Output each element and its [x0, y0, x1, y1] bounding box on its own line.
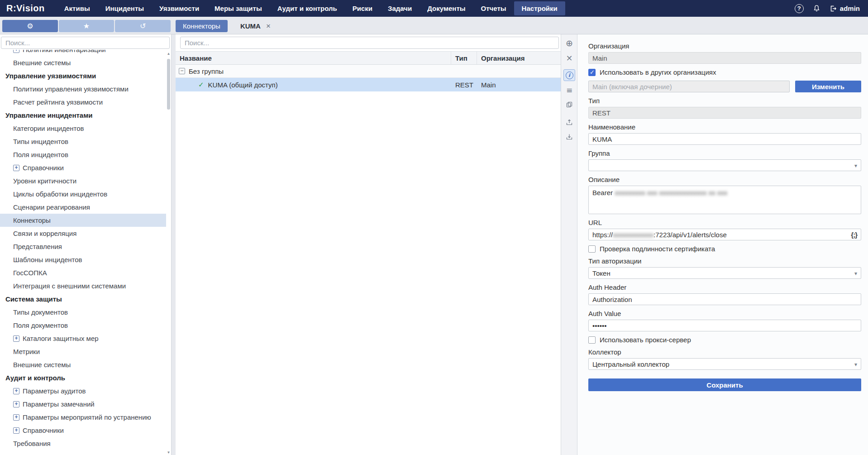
- scroll-up-icon[interactable]: ▲: [166, 52, 171, 56]
- tree-item-24[interactable]: Внешние системы: [0, 358, 166, 371]
- nav-item-tasks[interactable]: Задачи: [380, 1, 420, 15]
- collapse-icon[interactable]: −: [179, 68, 185, 74]
- tree-item-23[interactable]: Метрики: [0, 345, 166, 358]
- tab-close-icon[interactable]: ×: [266, 22, 271, 30]
- main-nav: АктивыИнцидентыУязвимостиМеры защитыАуди…: [57, 0, 565, 17]
- tree-item-17[interactable]: ГосСОПКА: [0, 266, 166, 279]
- nav-item-assets[interactable]: Активы: [57, 1, 98, 15]
- tree-item-1[interactable]: Внешние системы: [0, 56, 166, 69]
- save-button[interactable]: Сохранить: [588, 378, 861, 391]
- sidebar-tab-history[interactable]: ↺: [115, 20, 171, 32]
- url-input[interactable]: https://xxxxxxxxxxxx:7223/api/v1/alerts/…: [588, 229, 861, 240]
- nav-item-documents[interactable]: Документы: [420, 1, 473, 15]
- tree-section-5: Управление инцидентами: [0, 109, 166, 122]
- share-label: Использовать в других организациях: [600, 68, 716, 76]
- tab-connectors[interactable]: Коннекторы: [176, 20, 228, 32]
- tree-item-9[interactable]: +Справочники: [0, 161, 166, 174]
- add-icon[interactable]: ⊕: [563, 37, 575, 49]
- app-logo[interactable]: R:Vision: [0, 3, 57, 14]
- url-prefix: https://: [592, 231, 613, 239]
- tree-item-14[interactable]: Связи и корреляция: [0, 227, 166, 240]
- tree-item-28[interactable]: +Параметры мероприятий по устранению: [0, 411, 166, 424]
- sidebar-search-input[interactable]: [1, 37, 170, 49]
- list-icon[interactable]: ≡: [563, 84, 575, 96]
- table-body: − Без группы ✓KUMA (общий доступ)RESTMai…: [176, 65, 561, 91]
- tree-section-2: Управление уязвимостями: [0, 69, 166, 82]
- history-icon: ↺: [140, 22, 146, 30]
- column-header-1[interactable]: Тип: [451, 52, 477, 64]
- column-header-2[interactable]: Организация: [477, 52, 561, 64]
- description-textarea[interactable]: Bearer xxxxxxxxx xxx xxxxxxxxxxxxxx xx x…: [588, 186, 861, 214]
- tree-section-19: Система защиты: [0, 292, 166, 306]
- sidebar-tab-favorites[interactable]: ★: [59, 20, 114, 32]
- expand-icon[interactable]: +: [13, 388, 19, 394]
- tree-item-16[interactable]: Шаблоны инцидентов: [0, 253, 166, 266]
- expand-icon[interactable]: +: [13, 165, 19, 171]
- collector-label: Коллектор: [588, 348, 861, 356]
- tree-item-6[interactable]: Категории инцидентов: [0, 122, 166, 135]
- close-icon[interactable]: ×: [563, 52, 575, 63]
- nav-item-reports[interactable]: Отчеты: [473, 1, 514, 15]
- scroll-down-icon[interactable]: ▼: [166, 450, 171, 455]
- tree-item-7[interactable]: Типы инцидентов: [0, 135, 166, 148]
- expand-icon[interactable]: +: [13, 401, 19, 407]
- chevron-down-icon: ▾: [854, 270, 857, 277]
- name-input[interactable]: [588, 133, 861, 145]
- list-search-input[interactable]: [180, 37, 559, 49]
- tree-item-label: Поля инцидентов: [13, 151, 68, 158]
- nav-item-settings[interactable]: Настройки: [514, 1, 565, 15]
- import-icon[interactable]: [563, 131, 575, 143]
- expand-icon[interactable]: +: [13, 335, 19, 342]
- tree-item-18[interactable]: Интеграция с внешними системами: [0, 279, 166, 292]
- tree-item-29[interactable]: +Справочники: [0, 424, 166, 437]
- tree-item-26[interactable]: +Параметры аудитов: [0, 384, 166, 398]
- expand-icon[interactable]: +: [13, 427, 19, 434]
- tree-item-10[interactable]: Уровни критичности: [0, 174, 166, 187]
- tree-item-label: Сценарии реагирования: [13, 203, 90, 211]
- table-row[interactable]: ✓KUMA (общий доступ)RESTMain: [176, 78, 561, 91]
- tree-item-12[interactable]: Сценарии реагирования: [0, 201, 166, 214]
- share-checkbox[interactable]: [588, 69, 596, 76]
- tree-item-15[interactable]: Представления: [0, 240, 166, 253]
- nav-item-vulnerabilities[interactable]: Уязвимости: [152, 1, 207, 15]
- nav-item-audit-control[interactable]: Аудит и контроль: [270, 1, 345, 15]
- tree-item-11[interactable]: Циклы обработки инцидентов: [0, 187, 166, 201]
- export-icon[interactable]: [563, 116, 575, 128]
- auth-header-input[interactable]: [588, 293, 861, 305]
- group-row[interactable]: − Без группы: [176, 65, 561, 78]
- tree-item-4[interactable]: Расчет рейтинга уязвимости: [0, 96, 166, 109]
- auth-value-label: Auth Value: [588, 310, 861, 317]
- expand-icon[interactable]: +: [13, 414, 19, 421]
- collector-dropdown[interactable]: Центральный коллектор ▾: [588, 358, 861, 370]
- sidebar-tab-settings[interactable]: ⚙: [2, 20, 58, 32]
- column-header-0[interactable]: Название: [176, 52, 451, 64]
- scrollbar-thumb[interactable]: [167, 59, 170, 110]
- nav-item-risks[interactable]: Риски: [345, 1, 380, 15]
- tree-item-27[interactable]: +Параметры замечаний: [0, 398, 166, 411]
- variables-icon[interactable]: {;}: [851, 231, 857, 239]
- tree-item-22[interactable]: +Каталоги защитных мер: [0, 332, 166, 345]
- user-menu[interactable]: admin: [830, 5, 860, 12]
- info-icon[interactable]: i: [563, 69, 575, 81]
- notifications-icon[interactable]: [813, 5, 820, 12]
- tree-item-13[interactable]: Коннекторы: [0, 214, 166, 227]
- tab-kuma[interactable]: KUMA×: [233, 20, 278, 32]
- nav-item-incidents[interactable]: Инциденты: [98, 1, 152, 15]
- sidebar-scrollbar[interactable]: ▲ ▼: [166, 41, 171, 455]
- cert-checkbox[interactable]: [588, 245, 596, 253]
- copy-icon[interactable]: [563, 99, 575, 110]
- group-dropdown[interactable]: ▾: [588, 159, 861, 171]
- nav-item-protection-measures[interactable]: Меры защиты: [207, 1, 270, 15]
- tree-item-8[interactable]: Поля инцидентов: [0, 148, 166, 161]
- auth-type-dropdown[interactable]: Токен ▾: [588, 267, 861, 279]
- proxy-checkbox[interactable]: [588, 336, 596, 344]
- connectors-list-panel: НазваниеТипОрганизация − Без группы ✓KUM…: [176, 34, 561, 455]
- tree-item-20[interactable]: Типы документов: [0, 306, 166, 319]
- help-icon[interactable]: ?: [795, 4, 804, 13]
- change-button[interactable]: Изменить: [795, 81, 861, 92]
- auth-value-input[interactable]: [588, 320, 861, 331]
- tree-item-3[interactable]: Политики управления уязвимостями: [0, 82, 166, 96]
- proxy-label: Использовать прокси-сервер: [600, 336, 691, 344]
- tree-item-21[interactable]: Поля документов: [0, 319, 166, 332]
- tree-item-30[interactable]: Требования: [0, 437, 166, 450]
